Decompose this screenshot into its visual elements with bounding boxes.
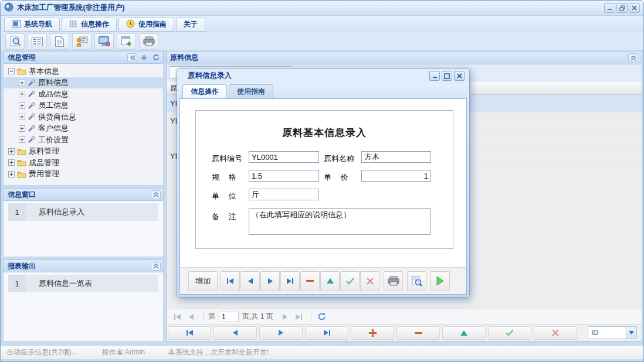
tree-item-product-manage[interactable]: 成品管理 (4, 157, 163, 169)
status-operator: 操作者:Admin (102, 347, 145, 357)
first-record-icon[interactable] (168, 326, 211, 340)
execute-icon[interactable] (431, 271, 450, 291)
menu-tab-about[interactable]: 关于 (176, 18, 205, 32)
tree-item-product-info[interactable]: 成品信息 (4, 88, 163, 100)
unit-input[interactable] (249, 189, 319, 200)
page-number-input[interactable] (219, 312, 239, 322)
refresh-icon[interactable] (151, 53, 161, 62)
edit-record-icon[interactable] (442, 326, 486, 340)
print-preview-icon[interactable] (407, 271, 426, 291)
collapse-up-icon[interactable] (151, 190, 161, 199)
menu-tab-system-nav[interactable]: 系统导航 (4, 18, 60, 32)
post-record-icon[interactable] (340, 271, 360, 291)
tool-icon (28, 125, 36, 132)
info-window-list: 1 原料信息录入 (3, 201, 164, 257)
material-code-input[interactable] (249, 151, 319, 163)
report-output-title: 报表输出 (8, 261, 36, 271)
unit-price-input[interactable] (361, 170, 431, 182)
add-button[interactable]: 增加 (188, 271, 218, 291)
list-item-index: 1 (8, 203, 26, 221)
pagination-bar: 第 页,共 1 页 (167, 309, 642, 324)
menu-tab-user-guide[interactable]: 使用指南 (118, 18, 174, 32)
last-record-icon[interactable] (305, 326, 348, 340)
remark-textarea[interactable]: （在此填写相应的说明信息） (249, 208, 431, 235)
tree-item-supplier-info[interactable]: 供货商信息 (4, 111, 163, 123)
document-icon[interactable] (50, 33, 69, 50)
refresh-icon[interactable] (316, 312, 328, 322)
list-view-icon[interactable] (28, 33, 47, 50)
dialog-title-bar[interactable]: 原料信息录入 (179, 69, 467, 83)
tree-label: 客户信息 (38, 123, 69, 134)
dialog-tab-user-guide[interactable]: 使用指南 (229, 84, 273, 98)
status-bar: 自动提示信息(共2项)... 操作者:Admin 本系统支持二次开发和全新开发! (1, 345, 643, 359)
cancel-record-icon[interactable] (360, 271, 379, 291)
prev-record-icon[interactable] (213, 326, 257, 340)
minimize-button[interactable] (604, 3, 615, 13)
menu-label: 使用指南 (138, 19, 167, 29)
tree-item-labor-price[interactable]: 工价设置 (4, 134, 163, 146)
status-auto-hint: 自动提示信息(共2项)... (6, 347, 77, 357)
spec-input[interactable] (249, 170, 319, 182)
dialog-minimize-button[interactable] (429, 71, 440, 81)
collapse-up-icon[interactable] (151, 262, 161, 271)
material-name-input[interactable] (361, 151, 431, 163)
tree-label: 成品管理 (29, 158, 59, 168)
search-document-icon[interactable] (5, 33, 25, 50)
dialog-maximize-button[interactable] (442, 71, 452, 81)
insert-record-icon[interactable] (351, 326, 394, 340)
page-next-icon[interactable] (279, 312, 291, 322)
menu-tab-info-operate[interactable]: 信息操作 (62, 18, 117, 32)
tree-label: 成品信息 (38, 89, 69, 100)
restore-button[interactable] (616, 3, 628, 13)
page-prev-icon[interactable] (185, 312, 197, 322)
expand-expander-icon (19, 136, 25, 143)
tree-item-basic-info[interactable]: 基本信息 (4, 66, 163, 77)
dialog-close-button[interactable] (454, 71, 465, 81)
list-item-raw-material-report[interactable]: 1 原料信息一览表 (8, 275, 158, 292)
list-item-label: 原料信息录入 (26, 203, 158, 221)
tree-item-raw-material-manage[interactable]: 原料管理 (4, 146, 163, 158)
next-record-icon[interactable] (259, 326, 303, 340)
page-first-icon[interactable] (171, 312, 183, 322)
printer-icon[interactable] (139, 33, 158, 50)
tree-item-expense-manage[interactable]: 费用管理 (4, 169, 163, 180)
delete-record-icon[interactable] (396, 326, 440, 340)
expand-expander-icon (19, 91, 25, 97)
field-selector-combo[interactable]: ID (588, 326, 637, 339)
cancel-record-icon[interactable] (534, 326, 577, 340)
record-navigator-toolbar: ID (167, 324, 642, 341)
edit-record-icon[interactable] (320, 271, 340, 291)
menu-label: 关于 (184, 19, 198, 29)
last-record-icon[interactable] (280, 271, 300, 291)
tree-item-raw-material-info[interactable]: 原料信息 (4, 77, 163, 89)
field-label-spec: 规 格 (212, 172, 240, 183)
form-fieldset: 原料基本信息录入 原料编号 原料名称 规 格 单 价 单 位 备 注 （在此填写… (195, 110, 453, 249)
window-add-icon[interactable] (117, 33, 136, 50)
tool-icon (28, 90, 36, 98)
print-icon[interactable] (384, 271, 403, 291)
collapse-left-icon[interactable] (127, 53, 137, 62)
main-panel-header: 原料信息 (167, 52, 642, 64)
title-bar: 木床加工厂管理系统(非注册用户) (1, 1, 643, 16)
page-last-icon[interactable] (293, 312, 305, 322)
grid-icon (69, 20, 77, 29)
close-button[interactable] (629, 3, 640, 13)
page-prefix-label: 第 (208, 312, 215, 322)
prev-record-icon[interactable] (240, 271, 260, 291)
collapse-up-icon[interactable] (628, 53, 638, 62)
list-item-raw-material-entry[interactable]: 1 原料信息录入 (8, 203, 158, 221)
plus-icon[interactable] (139, 53, 149, 62)
first-record-icon[interactable] (221, 271, 240, 291)
post-record-icon[interactable] (488, 326, 531, 340)
user-report-icon[interactable] (72, 33, 91, 50)
tab-label: 信息操作 (191, 87, 219, 97)
chevron-down-icon[interactable] (626, 327, 636, 339)
tree-item-employee-info[interactable]: 员工信息 (4, 100, 163, 112)
tree-item-customer-info[interactable]: 客户信息 (4, 123, 163, 135)
page-suffix-label: 页,共 1 页 (242, 312, 273, 322)
expand-expander-icon (19, 125, 25, 132)
dialog-tab-info-operate[interactable]: 信息操作 (182, 84, 227, 98)
delete-record-icon[interactable] (300, 271, 320, 291)
next-record-icon[interactable] (260, 271, 280, 291)
monitor-icon[interactable] (94, 33, 114, 50)
